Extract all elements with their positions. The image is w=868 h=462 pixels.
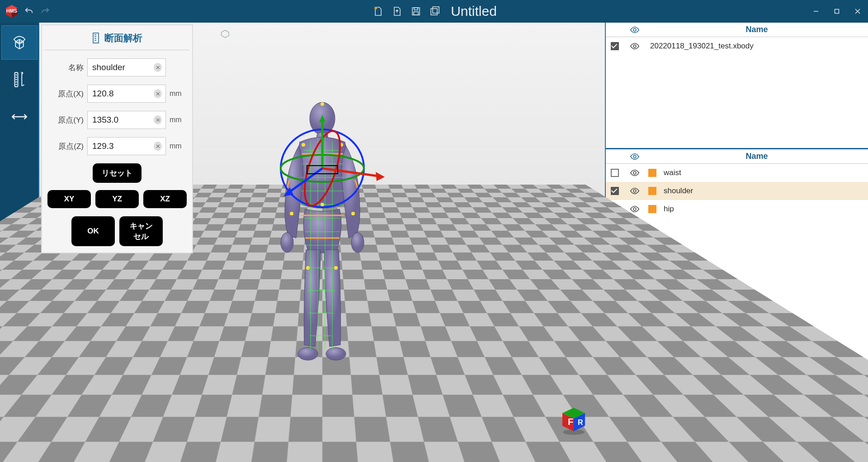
redo-icon[interactable] — [39, 5, 52, 18]
plane-xy-button[interactable]: XY — [47, 190, 91, 208]
field-label-z: 原点(Z) — [47, 141, 84, 152]
section-name: waist — [659, 168, 868, 177]
title-bar: HMS — [0, 0, 868, 23]
file-checkbox[interactable] — [611, 42, 619, 50]
visibility-header-icon — [624, 26, 646, 33]
svg-text:R: R — [578, 419, 583, 426]
mannequin-model[interactable] — [250, 87, 395, 386]
field-label-y: 原点(Y) — [47, 115, 84, 125]
origin-x-input[interactable] — [92, 89, 154, 99]
ok-button[interactable]: OK — [71, 216, 115, 246]
section-row[interactable]: hip — [606, 200, 868, 218]
unit-z: mm — [170, 142, 187, 150]
file-name: 20220118_193021_test.xbody — [646, 42, 868, 51]
section-checkbox[interactable] — [611, 169, 619, 177]
unit-y: mm — [170, 116, 187, 124]
svg-point-27 — [290, 212, 293, 215]
origin-z-input[interactable] — [92, 141, 154, 151]
clear-x-icon[interactable]: ✕ — [154, 89, 162, 98]
new-file-icon[interactable] — [371, 5, 385, 18]
app-logo-icon: HMS — [5, 4, 19, 19]
svg-point-29 — [306, 266, 310, 270]
save-file-icon[interactable] — [409, 5, 423, 18]
move-tool-button[interactable] — [1, 100, 38, 134]
svg-point-28 — [351, 212, 355, 215]
section-name: shoulder — [659, 186, 868, 195]
clear-name-icon[interactable]: ✕ — [154, 63, 162, 72]
svg-text:F: F — [568, 417, 573, 427]
svg-point-24 — [302, 143, 305, 147]
file-list: 20220118_193021_test.xbody — [606, 37, 868, 148]
orientation-cube[interactable]: F R — [559, 406, 589, 436]
svg-rect-7 — [414, 12, 418, 15]
color-swatch — [648, 187, 656, 195]
section-row[interactable]: shoulder — [606, 182, 868, 200]
document-title: Untitled — [451, 4, 497, 19]
close-button[interactable] — [847, 4, 868, 19]
viewport-3d[interactable]: F R 断面解析 名称 ✕ 原点(X) — [38, 23, 606, 449]
files-pane: Name 20220118_193021_test.xbody — [606, 23, 868, 149]
measure-tool-button[interactable] — [1, 62, 38, 97]
svg-point-21 — [298, 348, 318, 360]
svg-point-30 — [334, 266, 338, 270]
save-all-icon[interactable] — [428, 5, 442, 18]
undo-icon[interactable] — [23, 5, 35, 18]
color-swatch — [648, 169, 656, 177]
svg-point-49 — [633, 45, 636, 48]
svg-rect-6 — [414, 8, 418, 10]
section-checkbox[interactable] — [611, 187, 619, 195]
svg-point-51 — [633, 171, 636, 174]
minimize-button[interactable] — [806, 4, 826, 19]
svg-point-26 — [321, 203, 324, 206]
svg-rect-8 — [431, 9, 437, 15]
ruler-icon — [92, 33, 100, 43]
svg-point-53 — [633, 208, 636, 210]
clear-z-icon[interactable]: ✕ — [154, 142, 162, 151]
field-label-x: 原点(X) — [47, 89, 84, 99]
color-swatch — [648, 205, 656, 213]
maximize-button[interactable] — [826, 4, 847, 19]
svg-point-52 — [633, 190, 636, 192]
svg-point-50 — [633, 155, 636, 158]
clear-y-icon[interactable]: ✕ — [154, 115, 162, 124]
section-name: hip — [659, 205, 868, 214]
files-header-name: Name — [646, 25, 868, 34]
svg-point-22 — [326, 348, 346, 360]
visibility-header-icon — [624, 153, 646, 160]
plane-yz-button[interactable]: YZ — [95, 190, 139, 208]
svg-point-48 — [633, 29, 636, 31]
svg-point-20 — [351, 233, 364, 252]
visibility-toggle-icon[interactable] — [624, 187, 646, 195]
visibility-toggle-icon[interactable] — [624, 169, 646, 176]
section-row[interactable]: waist — [606, 164, 868, 182]
svg-marker-16 — [222, 30, 229, 38]
svg-marker-37 — [376, 172, 385, 181]
svg-text:HMS: HMS — [6, 8, 17, 14]
field-label-name: 名称 — [47, 62, 84, 73]
file-row[interactable]: 20220118_193021_test.xbody — [606, 37, 868, 55]
camera-indicator-icon — [220, 29, 230, 39]
sections-header-name: Name — [646, 152, 868, 161]
reset-button[interactable]: リセット — [93, 163, 142, 183]
svg-rect-9 — [433, 7, 439, 13]
section-analysis-panel: 断面解析 名称 ✕ 原点(X) ✕ mm 原点(Y) — [41, 24, 193, 253]
origin-y-input[interactable] — [92, 115, 154, 125]
name-input[interactable] — [92, 62, 154, 72]
svg-point-23 — [321, 102, 324, 106]
view-tool-button[interactable] — [1, 25, 38, 60]
open-file-icon[interactable] — [390, 5, 404, 18]
panel-title: 断面解析 — [45, 30, 189, 50]
cancel-button[interactable]: キャンセル — [119, 216, 163, 246]
svg-point-19 — [281, 233, 293, 252]
svg-rect-11 — [835, 10, 839, 14]
svg-point-4 — [374, 7, 377, 10]
visibility-toggle-icon[interactable] — [624, 43, 646, 50]
plane-xz-button[interactable]: XZ — [143, 190, 187, 208]
unit-x: mm — [170, 90, 187, 98]
